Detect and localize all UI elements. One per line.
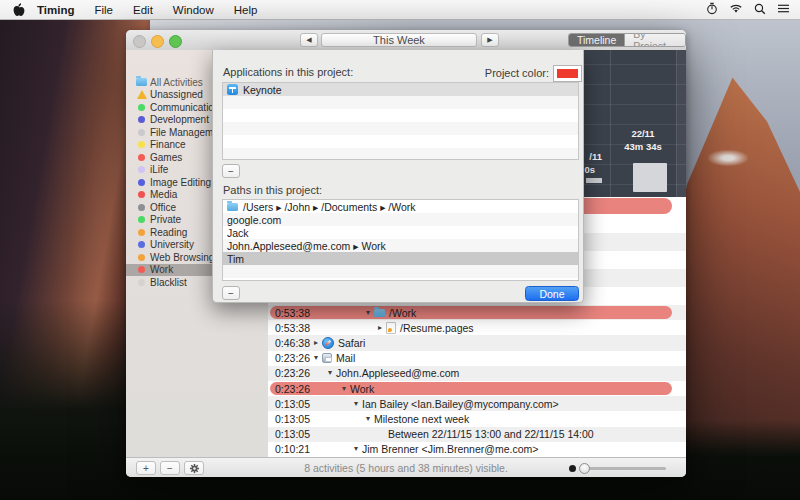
table-row[interactable]: 0:23:26 ▾Work [268,381,686,396]
wallpaper-snow-patch [708,150,748,166]
wifi-icon[interactable] [729,3,743,16]
timeline-block-partial [586,178,602,183]
project-color-dot [136,104,147,111]
mail-icon [322,353,332,363]
timing-window: ◀ This Week ▶ Timeline By Project All Ac… [126,30,686,477]
blacklist-icon [136,279,147,286]
path-row[interactable]: /Users ▸ /John ▸ /Documents ▸ /Work [223,200,578,213]
folder-icon [227,203,238,211]
disclosure-triangle[interactable]: ▾ [328,369,332,377]
table-row[interactable]: 0:13:05 ▾Ian Bailey <Ian.Bailey@mycompan… [268,396,686,411]
disclosure-triangle[interactable]: ▾ [342,385,346,393]
applications-label: Applications in this project: [223,66,353,78]
table-row[interactable]: 0:53:38 ▸/Resume.pages [268,320,686,335]
disclosure-triangle[interactable]: ▾ [354,445,358,453]
keynote-icon [227,84,238,95]
path-row[interactable]: google.com [223,213,578,226]
work-capsule [270,306,672,319]
project-color-dot [136,166,147,173]
zoom-slider-knob[interactable] [579,463,590,474]
project-edit-sheet: Applications in this project: Project co… [212,50,584,303]
table-row[interactable]: 0:53:38 ▾/Work [268,305,686,320]
table-row[interactable]: 0:23:26 ▾Mail [268,351,686,366]
project-color-label: Project color: [463,67,549,79]
zoom-button[interactable] [169,35,182,48]
table-row[interactable]: 0:23:26 ▾John.Appleseed@me.com [268,366,686,381]
disclosure-triangle[interactable]: ▾ [366,309,370,317]
work-capsule [270,382,672,395]
remove-project-button[interactable]: − [160,461,180,475]
disclosure-triangle[interactable]: ▾ [314,354,318,362]
disclosure-triangle[interactable]: ▾ [354,400,358,408]
project-color-dot [136,191,147,198]
table-row[interactable]: 0:13:05 Between 22/11/15 13:00 and 22/11… [268,427,686,442]
day-duration-label: 43m 34s [610,141,676,152]
notification-center-icon[interactable] [777,3,790,16]
project-color-dot [136,241,147,248]
date-range-label[interactable]: This Week [321,33,477,47]
table-row[interactable]: 0:10:21 ▾Jim Brenner <Jim.Brenner@me.com… [268,442,686,457]
folder-icon [374,309,385,317]
warning-icon [136,90,147,99]
close-button[interactable] [133,35,146,48]
add-project-button[interactable]: + [136,461,156,475]
path-row[interactable]: Jack [223,226,578,239]
zoom-scale-icon [569,465,576,472]
project-color-dot [136,216,147,223]
previous-period-button[interactable]: ◀ [300,33,318,47]
project-color-dot [136,229,147,236]
disclosure-triangle[interactable]: ▸ [378,324,382,332]
path-row-selected[interactable]: Tim [223,252,578,265]
safari-icon [322,337,334,349]
remove-path-button[interactable]: − [222,286,240,300]
disclosure-triangle[interactable]: ▸ [314,339,318,347]
project-color-dot [136,204,147,211]
tab-by-project[interactable]: By Project [624,34,685,46]
project-color-dot [136,129,147,136]
table-row[interactable]: 0:13:05 ▾Milestone next week [268,411,686,426]
spotlight-icon[interactable] [754,3,766,17]
gear-icon [189,463,200,474]
window-titlebar: ◀ This Week ▶ Timeline By Project [126,30,686,51]
menu-item-help[interactable]: Help [224,4,268,16]
apple-menu-icon[interactable] [13,3,25,17]
menu-item-file[interactable]: File [84,4,123,16]
project-color-dot [136,179,147,186]
project-color-dot [136,254,147,261]
desktop: Timing File Edit Window Help ◀ This Week… [0,0,800,500]
table-row[interactable]: 0:46:38 ▸Safari [268,335,686,350]
menu-item-app[interactable]: Timing [25,4,84,16]
done-button[interactable]: Done [525,286,579,301]
timer-icon[interactable] [706,2,718,17]
applications-list: Keynote [222,82,579,160]
paths-label: Paths in this project: [223,184,322,196]
zoom-slider-track[interactable] [582,467,666,470]
project-color-dot [136,116,147,123]
remove-application-button[interactable]: − [222,164,240,178]
menu-item-edit[interactable]: Edit [123,4,163,16]
view-mode-segmented-control: Timeline By Project [568,33,686,47]
project-color-well[interactable] [553,65,582,82]
timeline-block[interactable] [633,163,667,192]
folder-icon [136,78,147,86]
menu-bar: Timing File Edit Window Help [0,0,800,20]
tab-timeline[interactable]: Timeline [569,34,624,46]
paths-list: /Users ▸ /John ▸ /Documents ▸ /Work goog… [222,199,579,281]
pages-document-icon [386,322,396,334]
project-color-dot [136,141,147,148]
project-color-dot [136,154,147,161]
day-label: 22/11 [610,128,676,139]
path-row[interactable]: John.Appleseed@me.com ▸ Work [223,239,578,252]
minimize-button[interactable] [151,35,164,48]
settings-gear-button[interactable] [184,461,204,475]
next-period-button[interactable]: ▶ [481,33,499,47]
menu-item-window[interactable]: Window [163,4,224,16]
application-row-keynote[interactable]: Keynote [223,83,578,96]
project-color-dot [136,266,147,273]
status-bar: + − 8 activities (5 hours and 38 minutes… [126,457,686,477]
disclosure-triangle[interactable]: ▾ [366,415,370,423]
visible-activities-status: 8 activities (5 hours and 38 minutes) vi… [226,458,586,478]
